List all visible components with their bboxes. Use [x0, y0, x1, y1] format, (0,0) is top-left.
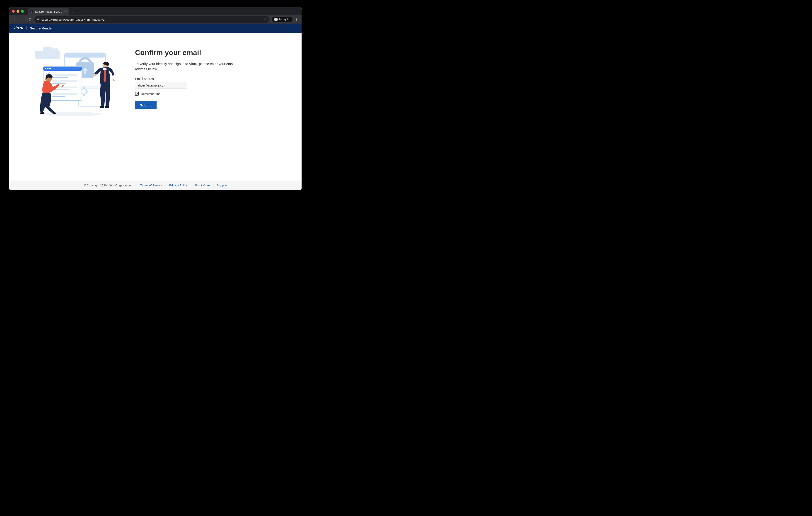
- address-bar[interactable]: secure.virtru.com/secure-reader?htmlProt…: [34, 16, 270, 23]
- svg-point-2: [296, 20, 297, 21]
- maximize-window-button[interactable]: [21, 10, 24, 13]
- tab-strip: ◉ Secure Reader | Virtru × +: [9, 7, 301, 16]
- reload-button[interactable]: [26, 16, 32, 23]
- svg-point-22: [47, 68, 49, 69]
- svg-rect-27: [52, 83, 66, 84]
- incognito-label: Incognito: [279, 18, 290, 21]
- forward-button[interactable]: [18, 16, 25, 23]
- submit-button[interactable]: Submit: [135, 101, 156, 110]
- incognito-badge[interactable]: Incognito: [272, 17, 292, 22]
- browser-window: ◉ Secure Reader | Virtru × + secure.virt…: [9, 7, 301, 190]
- email-field[interactable]: [135, 82, 187, 89]
- svg-point-21: [45, 68, 46, 69]
- form-column: Confirm your email To verify your identi…: [135, 46, 280, 181]
- illustration: [31, 46, 126, 119]
- svg-point-34: [46, 76, 48, 79]
- favicon-icon: ◉: [30, 10, 33, 13]
- traffic-lights: [9, 7, 27, 16]
- svg-rect-7: [65, 53, 106, 58]
- app-header: virtru Secure Reader: [9, 24, 301, 33]
- svg-rect-37: [105, 106, 109, 108]
- browser-menu-button[interactable]: [293, 16, 300, 23]
- remember-me-checkbox[interactable]: [135, 92, 139, 96]
- svg-rect-5: [51, 49, 58, 59]
- content-container: Confirm your email To verify your identi…: [31, 46, 280, 181]
- close-tab-button[interactable]: ×: [64, 10, 66, 13]
- svg-rect-29: [52, 89, 69, 90]
- browser-tab[interactable]: ◉ Secure Reader | Virtru ×: [28, 8, 69, 16]
- bookmark-star-icon[interactable]: ☆: [264, 18, 267, 21]
- svg-rect-10: [84, 71, 86, 74]
- svg-rect-36: [103, 68, 107, 70]
- svg-rect-14: [83, 94, 85, 96]
- minimize-window-button[interactable]: [17, 10, 19, 13]
- svg-point-1: [296, 19, 297, 20]
- new-tab-button[interactable]: +: [70, 9, 76, 16]
- tab-title: Secure Reader | Virtru: [35, 10, 63, 13]
- svg-rect-31: [52, 96, 65, 97]
- svg-rect-4: [43, 47, 52, 52]
- url-text: secure.virtru.com/secure-reader?htmlProt…: [41, 18, 262, 21]
- browser-toolbar: secure.virtru.com/secure-reader?htmlProt…: [9, 16, 301, 24]
- svg-rect-24: [52, 74, 77, 75]
- privacy-link[interactable]: Privacy Policy: [169, 184, 187, 187]
- page-heading: Confirm your email: [135, 49, 280, 57]
- remember-me-row: Remember me: [135, 92, 280, 96]
- support-link[interactable]: Support: [217, 184, 227, 187]
- lock-icon: [37, 18, 40, 21]
- svg-rect-26: [52, 80, 77, 82]
- page-description: To verify your identity and sign in to V…: [135, 61, 244, 71]
- svg-point-32: [42, 112, 101, 116]
- svg-point-12: [81, 89, 87, 94]
- terms-link[interactable]: Terms of Service: [140, 184, 162, 187]
- virtru-logo: virtru: [13, 26, 23, 30]
- main-content: Confirm your email To verify your identi…: [9, 33, 301, 181]
- about-link[interactable]: About Virtru: [194, 184, 210, 187]
- close-window-button[interactable]: [12, 10, 15, 13]
- footer: © Copyright 2020 Virtru Corporation | Te…: [9, 181, 301, 190]
- remember-me-label: Remember me: [141, 92, 161, 96]
- svg-point-0: [296, 18, 297, 19]
- copyright-text: © Copyright 2020 Virtru Corporation: [84, 184, 131, 187]
- app-title: Secure Reader: [30, 26, 53, 30]
- svg-rect-30: [52, 93, 77, 95]
- incognito-icon: [274, 18, 278, 21]
- svg-rect-38: [100, 106, 104, 108]
- svg-point-23: [49, 68, 51, 69]
- svg-rect-25: [52, 77, 68, 78]
- email-label: Email Address: [135, 77, 280, 81]
- svg-rect-13: [83, 87, 85, 89]
- back-button[interactable]: [11, 16, 18, 23]
- svg-rect-20: [43, 67, 82, 71]
